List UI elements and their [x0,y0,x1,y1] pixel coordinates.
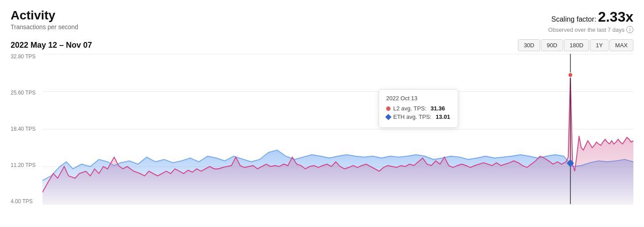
l2-dot-icon [386,106,391,111]
tooltip-l2-row: L2 avg. TPS: 31.36 [386,105,451,112]
y-label-5: 4.00 TPS [11,199,42,204]
tooltip: 2022 Oct 13 L2 avg. TPS: 31.36 ETH avg. … [379,89,458,128]
scaling-label: Scaling factor: [552,15,596,23]
page-container: Activity Transactions per second Scaling… [0,0,644,227]
l2-peak-dot [568,73,573,78]
tooltip-l2-value: 31.36 [431,105,445,112]
tooltip-eth-row: ETH avg. TPS: 13.01 [386,114,451,120]
btn-1y[interactable]: 1Y [590,39,609,51]
date-range: 2022 May 12 – Nov 07 [11,41,92,50]
y-label-3: 18.40 TPS [11,126,42,132]
tooltip-date: 2022 Oct 13 [386,95,451,102]
observed-text: Observed over the last 7 days i [548,26,633,33]
header-row: Activity Transactions per second Scaling… [11,9,633,33]
info-icon[interactable]: i [626,26,633,33]
scaling-value: 2.33x [598,9,633,25]
chart-svg [42,54,633,204]
chart-area: 32.80 TPS 25.60 TPS 18.40 TPS 11.20 TPS … [11,54,633,213]
y-axis-labels: 32.80 TPS 25.60 TPS 18.40 TPS 11.20 TPS … [11,54,42,213]
chart-inner: 2022 Oct 13 L2 avg. TPS: 31.36 ETH avg. … [42,54,633,204]
gridline-5 [42,204,633,204]
btn-30d[interactable]: 30D [518,39,540,51]
time-buttons: 30D 90D 180D 1Y MAX [518,39,633,51]
right-header: Scaling factor: 2.33x Observed over the … [548,9,633,33]
tooltip-l2-label: L2 avg. TPS: [393,105,428,112]
tooltip-eth-value: 13.01 [436,114,450,120]
y-label-4: 11.20 TPS [11,163,42,168]
page-title: Activity [11,9,78,23]
btn-max[interactable]: MAX [610,39,633,51]
y-label-2: 25.60 TPS [11,90,42,95]
tooltip-eth-label: ETH avg. TPS: [393,114,433,120]
date-row: 2022 May 12 – Nov 07 30D 90D 180D 1Y MAX [11,39,633,51]
y-label-1: 32.80 TPS [11,54,42,59]
btn-180d[interactable]: 180D [564,39,589,51]
btn-90d[interactable]: 90D [541,39,563,51]
page-subtitle: Transactions per second [11,23,78,30]
eth-dot-icon [385,114,391,120]
left-header: Activity Transactions per second [11,9,78,30]
